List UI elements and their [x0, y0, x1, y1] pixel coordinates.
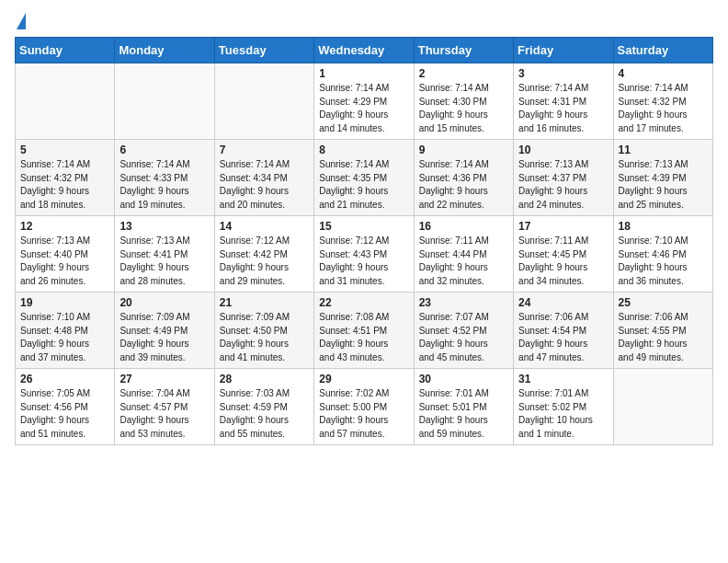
day-info: Sunrise: 7:10 AM Sunset: 4:48 PM Dayligh…	[20, 311, 109, 364]
logo-triangle-icon	[17, 13, 26, 29]
day-info: Sunrise: 7:03 AM Sunset: 4:59 PM Dayligh…	[220, 387, 309, 441]
day-number: 10	[518, 144, 608, 156]
day-number: 23	[419, 296, 508, 309]
day-number: 19	[20, 296, 109, 309]
day-info: Sunrise: 7:13 AM Sunset: 4:40 PM Dayligh…	[20, 235, 109, 288]
calendar-cell: 29Sunrise: 7:02 AM Sunset: 5:00 PM Dayli…	[314, 369, 414, 445]
day-number: 30	[419, 373, 508, 385]
day-number: 13	[119, 220, 209, 233]
day-info: Sunrise: 7:07 AM Sunset: 4:52 PM Dayligh…	[419, 311, 508, 364]
calendar-cell: 24Sunrise: 7:06 AM Sunset: 4:54 PM Dayli…	[514, 293, 613, 369]
calendar-cell: 20Sunrise: 7:09 AM Sunset: 4:49 PM Dayli…	[115, 293, 214, 369]
day-number: 21	[220, 296, 309, 309]
weekday-header-wednesday: Wednesday	[314, 38, 414, 63]
day-number: 14	[220, 220, 309, 233]
day-number: 17	[518, 220, 608, 233]
calendar-cell: 31Sunrise: 7:01 AM Sunset: 5:02 PM Dayli…	[514, 369, 613, 445]
calendar-cell: 8Sunrise: 7:14 AM Sunset: 4:35 PM Daylig…	[314, 140, 414, 216]
calendar-week-row: 26Sunrise: 7:05 AM Sunset: 4:56 PM Dayli…	[16, 369, 713, 445]
weekday-header-friday: Friday	[514, 38, 613, 63]
day-number: 4	[619, 67, 708, 80]
calendar-cell: 11Sunrise: 7:13 AM Sunset: 4:39 PM Dayli…	[613, 140, 712, 216]
page-header	[15, 15, 713, 29]
day-info: Sunrise: 7:11 AM Sunset: 4:45 PM Dayligh…	[518, 235, 608, 288]
calendar-cell	[16, 63, 115, 140]
day-info: Sunrise: 7:13 AM Sunset: 4:41 PM Dayligh…	[119, 235, 209, 288]
weekday-header-row: SundayMondayTuesdayWednesdayThursdayFrid…	[16, 38, 713, 63]
day-info: Sunrise: 7:09 AM Sunset: 4:50 PM Dayligh…	[220, 311, 309, 364]
calendar-cell: 12Sunrise: 7:13 AM Sunset: 4:40 PM Dayli…	[16, 216, 115, 293]
calendar-cell: 14Sunrise: 7:12 AM Sunset: 4:42 PM Dayli…	[214, 216, 313, 293]
calendar-cell	[115, 63, 214, 140]
calendar-week-row: 12Sunrise: 7:13 AM Sunset: 4:40 PM Dayli…	[16, 216, 713, 293]
logo	[15, 15, 26, 29]
calendar-week-row: 5Sunrise: 7:14 AM Sunset: 4:32 PM Daylig…	[16, 140, 713, 216]
weekday-header-monday: Monday	[115, 38, 214, 63]
day-number: 15	[319, 220, 408, 233]
day-info: Sunrise: 7:12 AM Sunset: 4:43 PM Dayligh…	[319, 235, 408, 288]
day-info: Sunrise: 7:14 AM Sunset: 4:31 PM Dayligh…	[518, 82, 608, 135]
day-info: Sunrise: 7:06 AM Sunset: 4:54 PM Dayligh…	[518, 311, 608, 364]
day-number: 28	[220, 373, 309, 385]
day-info: Sunrise: 7:12 AM Sunset: 4:42 PM Dayligh…	[220, 235, 309, 288]
day-info: Sunrise: 7:13 AM Sunset: 4:39 PM Dayligh…	[619, 158, 708, 212]
day-number: 22	[319, 296, 408, 309]
day-info: Sunrise: 7:14 AM Sunset: 4:36 PM Dayligh…	[419, 158, 508, 212]
calendar-week-row: 1Sunrise: 7:14 AM Sunset: 4:29 PM Daylig…	[16, 63, 713, 140]
day-number: 31	[518, 373, 608, 385]
day-info: Sunrise: 7:01 AM Sunset: 5:02 PM Dayligh…	[518, 387, 608, 441]
day-info: Sunrise: 7:01 AM Sunset: 5:01 PM Dayligh…	[419, 387, 508, 441]
calendar-cell: 27Sunrise: 7:04 AM Sunset: 4:57 PM Dayli…	[115, 369, 214, 445]
day-number: 7	[220, 144, 309, 156]
calendar-cell: 19Sunrise: 7:10 AM Sunset: 4:48 PM Dayli…	[16, 293, 115, 369]
calendar-cell: 7Sunrise: 7:14 AM Sunset: 4:34 PM Daylig…	[214, 140, 313, 216]
day-number: 26	[20, 373, 109, 385]
day-info: Sunrise: 7:11 AM Sunset: 4:44 PM Dayligh…	[419, 235, 508, 288]
calendar-cell: 10Sunrise: 7:13 AM Sunset: 4:37 PM Dayli…	[514, 140, 613, 216]
calendar-cell: 9Sunrise: 7:14 AM Sunset: 4:36 PM Daylig…	[414, 140, 513, 216]
weekday-header-saturday: Saturday	[613, 38, 712, 63]
day-number: 5	[20, 144, 109, 156]
calendar-cell: 22Sunrise: 7:08 AM Sunset: 4:51 PM Dayli…	[314, 293, 414, 369]
calendar-cell: 23Sunrise: 7:07 AM Sunset: 4:52 PM Dayli…	[414, 293, 513, 369]
day-number: 12	[20, 220, 109, 233]
day-number: 25	[619, 296, 708, 309]
day-number: 6	[119, 144, 209, 156]
day-number: 8	[319, 144, 408, 156]
day-number: 11	[619, 144, 708, 156]
calendar-cell: 6Sunrise: 7:14 AM Sunset: 4:33 PM Daylig…	[115, 140, 214, 216]
day-info: Sunrise: 7:14 AM Sunset: 4:35 PM Dayligh…	[319, 158, 408, 212]
day-info: Sunrise: 7:14 AM Sunset: 4:34 PM Dayligh…	[220, 158, 309, 212]
calendar-table: SundayMondayTuesdayWednesdayThursdayFrid…	[15, 37, 713, 445]
calendar-cell: 2Sunrise: 7:14 AM Sunset: 4:30 PM Daylig…	[414, 63, 513, 140]
day-info: Sunrise: 7:14 AM Sunset: 4:33 PM Dayligh…	[119, 158, 209, 212]
calendar-cell: 3Sunrise: 7:14 AM Sunset: 4:31 PM Daylig…	[514, 63, 613, 140]
day-info: Sunrise: 7:04 AM Sunset: 4:57 PM Dayligh…	[119, 387, 209, 441]
calendar-cell: 18Sunrise: 7:10 AM Sunset: 4:46 PM Dayli…	[613, 216, 712, 293]
day-info: Sunrise: 7:14 AM Sunset: 4:30 PM Dayligh…	[419, 82, 508, 135]
calendar-cell: 15Sunrise: 7:12 AM Sunset: 4:43 PM Dayli…	[314, 216, 414, 293]
day-number: 2	[419, 67, 508, 80]
calendar-cell: 28Sunrise: 7:03 AM Sunset: 4:59 PM Dayli…	[214, 369, 313, 445]
day-info: Sunrise: 7:14 AM Sunset: 4:32 PM Dayligh…	[619, 82, 708, 135]
day-number: 1	[319, 67, 408, 80]
day-number: 18	[619, 220, 708, 233]
calendar-cell	[214, 63, 313, 140]
calendar-cell: 21Sunrise: 7:09 AM Sunset: 4:50 PM Dayli…	[214, 293, 313, 369]
day-number: 3	[518, 67, 608, 80]
calendar-cell: 26Sunrise: 7:05 AM Sunset: 4:56 PM Dayli…	[16, 369, 115, 445]
calendar-cell: 30Sunrise: 7:01 AM Sunset: 5:01 PM Dayli…	[414, 369, 513, 445]
calendar-cell: 4Sunrise: 7:14 AM Sunset: 4:32 PM Daylig…	[613, 63, 712, 140]
calendar-cell: 17Sunrise: 7:11 AM Sunset: 4:45 PM Dayli…	[514, 216, 613, 293]
day-info: Sunrise: 7:02 AM Sunset: 5:00 PM Dayligh…	[319, 387, 408, 441]
day-number: 24	[518, 296, 608, 309]
day-info: Sunrise: 7:14 AM Sunset: 4:32 PM Dayligh…	[20, 158, 109, 212]
day-number: 9	[419, 144, 508, 156]
calendar-cell: 25Sunrise: 7:06 AM Sunset: 4:55 PM Dayli…	[613, 293, 712, 369]
day-number: 20	[119, 296, 209, 309]
day-info: Sunrise: 7:10 AM Sunset: 4:46 PM Dayligh…	[619, 235, 708, 288]
day-number: 29	[319, 373, 408, 385]
day-number: 16	[419, 220, 508, 233]
calendar-cell: 16Sunrise: 7:11 AM Sunset: 4:44 PM Dayli…	[414, 216, 513, 293]
day-info: Sunrise: 7:14 AM Sunset: 4:29 PM Dayligh…	[319, 82, 408, 135]
